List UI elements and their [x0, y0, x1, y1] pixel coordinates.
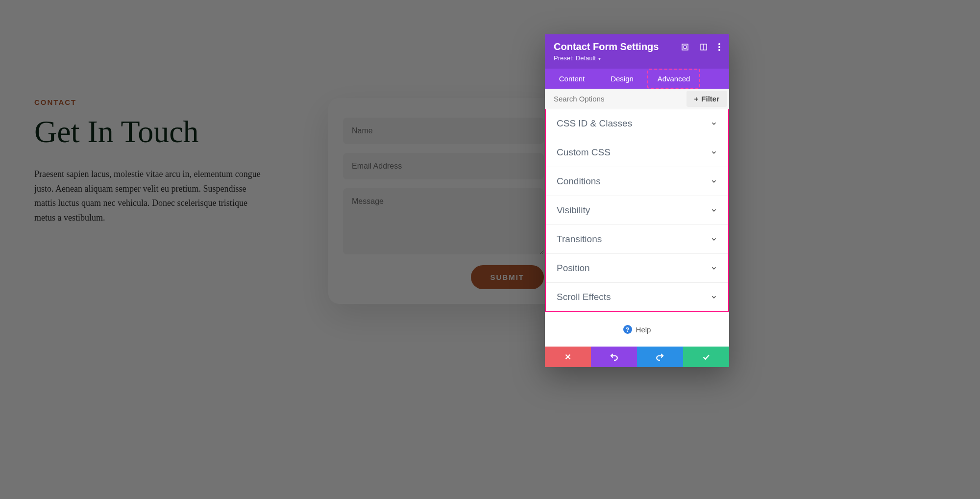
confirm-button[interactable] [683, 347, 729, 367]
action-bar [545, 347, 729, 367]
option-css-id-classes[interactable]: CSS ID & Classes [546, 109, 728, 138]
tab-design[interactable]: Design [599, 69, 645, 89]
option-label: Transitions [557, 234, 602, 245]
settings-panel: Contact Form Settings Preset: Default ▾ … [545, 34, 729, 367]
chevron-down-icon [710, 149, 717, 156]
panel-tabs: Content Design Advanced [545, 69, 729, 89]
chevron-down-icon [710, 178, 717, 185]
check-icon [702, 352, 710, 361]
help-label: Help [636, 325, 651, 334]
search-row: + Filter [545, 89, 729, 109]
svg-point-4 [718, 43, 720, 45]
option-conditions[interactable]: Conditions [546, 167, 728, 196]
option-visibility[interactable]: Visibility [546, 196, 728, 225]
svg-rect-1 [684, 46, 686, 48]
options-list: CSS ID & Classes Custom CSS Conditions V… [545, 109, 729, 312]
chevron-down-icon [710, 120, 717, 127]
caret-down-icon: ▾ [597, 56, 601, 61]
redo-button[interactable] [637, 347, 683, 367]
close-icon [564, 352, 572, 361]
option-label: Conditions [557, 176, 601, 187]
svg-rect-0 [682, 44, 688, 50]
dim-overlay [0, 0, 980, 499]
svg-point-5 [718, 46, 720, 48]
option-label: Custom CSS [557, 147, 611, 158]
option-position[interactable]: Position [546, 254, 728, 283]
panel-header: Contact Form Settings Preset: Default ▾ [545, 34, 729, 69]
option-label: CSS ID & Classes [557, 118, 632, 129]
option-label: Scroll Effects [557, 292, 611, 302]
svg-point-6 [718, 49, 720, 51]
chevron-down-icon [710, 207, 717, 214]
option-custom-css[interactable]: Custom CSS [546, 138, 728, 167]
tab-advanced[interactable]: Advanced [647, 69, 700, 89]
help-link[interactable]: ? Help [545, 312, 729, 347]
option-scroll-effects[interactable]: Scroll Effects [546, 283, 728, 311]
option-label: Visibility [557, 205, 590, 216]
panel-title: Contact Form Settings [554, 41, 659, 52]
option-transitions[interactable]: Transitions [546, 225, 728, 254]
tab-content[interactable]: Content [545, 69, 599, 89]
undo-icon [610, 352, 618, 361]
kebab-menu-icon[interactable] [718, 43, 720, 51]
filter-button[interactable]: + Filter [686, 91, 727, 107]
redo-icon [656, 352, 664, 361]
help-icon: ? [623, 325, 632, 334]
dock-icon[interactable] [700, 43, 708, 51]
preset-label: Preset: Default [554, 54, 596, 62]
cancel-button[interactable] [545, 347, 591, 367]
chevron-down-icon [710, 236, 717, 243]
undo-button[interactable] [591, 347, 637, 367]
search-options-input[interactable] [545, 89, 685, 109]
plus-icon: + [694, 95, 699, 103]
chevron-down-icon [710, 265, 717, 272]
option-label: Position [557, 263, 590, 274]
expand-icon[interactable] [681, 43, 689, 51]
preset-selector[interactable]: Preset: Default ▾ [554, 54, 720, 62]
filter-label: Filter [701, 95, 719, 103]
chevron-down-icon [710, 294, 717, 300]
